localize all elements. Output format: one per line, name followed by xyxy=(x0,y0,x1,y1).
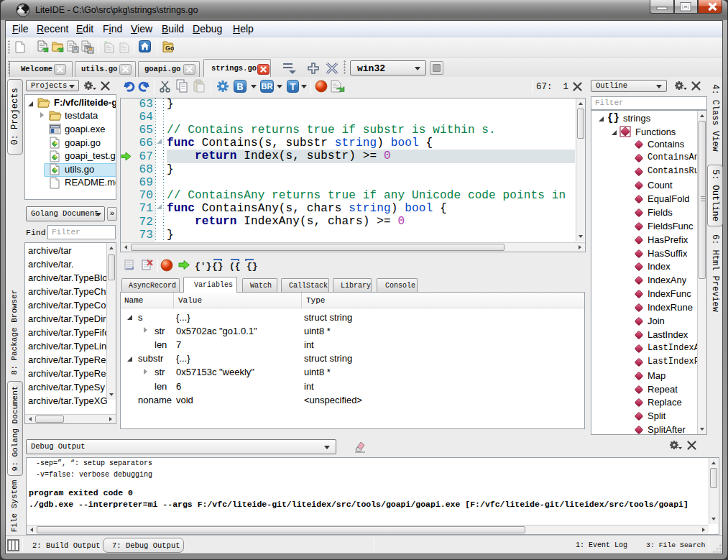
svg-text:Go: Go xyxy=(165,45,174,52)
